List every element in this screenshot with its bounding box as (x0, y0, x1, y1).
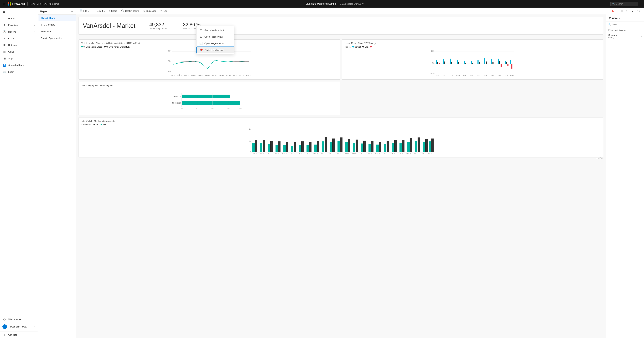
svg-rect-96 (276, 145, 278, 152)
top-bar: ⊞ | Power BI Power BI in Power App demo … (0, 0, 644, 8)
usage-icon: 📊 (199, 42, 203, 45)
context-menu-item-open-usage[interactable]: 📊 Open usage metrics (196, 40, 234, 47)
svg-text:20%: 20% (168, 71, 171, 73)
page-item-market-share[interactable]: Market Share (38, 15, 76, 21)
svg-rect-38 (465, 63, 466, 64)
sidebar-item-learn[interactable]: 📖 Learn (0, 69, 38, 75)
svg-text:Nov-13: Nov-13 (329, 153, 333, 154)
share-button[interactable]: ↑ Share (108, 9, 119, 13)
chevron-down-icon[interactable]: ∨ (362, 3, 364, 5)
yoy-chart: % Unit Market Share YOY Change Region Ce… (342, 40, 603, 80)
sidebar-item-get-data[interactable]: ↑ Get data (0, 331, 38, 338)
sidebar-item-workspaces[interactable]: ⬡ Workspaces › (0, 316, 38, 323)
svg-rect-50 (505, 61, 506, 64)
svg-rect-156 (429, 141, 431, 152)
chart-title: % Unit Market Share YOY Change (344, 42, 601, 45)
pages-collapse-icon[interactable]: «» (70, 10, 73, 13)
file-button[interactable]: 📄 File ∨ (78, 9, 91, 13)
sidebar-item-goals[interactable]: ◎ Goals (0, 48, 38, 55)
chat-button[interactable]: 💬 Chat in Teams (120, 9, 141, 13)
svg-text:10K: 10K (211, 107, 214, 109)
svg-text:Sep-14: Sep-14 (226, 74, 230, 76)
svg-text:Aug-14: Aug-14 (399, 153, 403, 154)
sidebar-item-create[interactable]: + Create (0, 35, 38, 42)
svg-rect-1 (10, 2, 11, 4)
svg-text:Mar-13: Mar-13 (267, 153, 272, 154)
svg-rect-148 (410, 138, 412, 152)
svg-rect-157 (431, 139, 434, 152)
page-item-ytd-category[interactable]: YTD Category (38, 21, 76, 28)
svg-text:Mar-14: Mar-14 (360, 153, 364, 154)
legend-dot (104, 46, 106, 48)
svg-rect-147 (407, 142, 410, 152)
svg-rect-32 (444, 62, 445, 64)
svg-rect-2 (8, 4, 9, 6)
sidebar-item-label: Goals (8, 51, 35, 53)
page-item-growth-opp[interactable]: Growth Opportunities (38, 35, 76, 42)
sidebar-toggle[interactable]: ☰ (0, 8, 38, 15)
sidebar-item-apps[interactable]: ⊞ Apps (0, 55, 38, 62)
more-button[interactable]: ··· (170, 9, 175, 13)
svg-text:10%: 10% (431, 50, 434, 52)
svg-text:Dec-14: Dec-14 (428, 153, 432, 154)
filters-search[interactable]: 🔍 (606, 22, 644, 27)
subscribe-label: Subscribe (146, 10, 156, 12)
goals-icon: ◎ (3, 50, 6, 53)
fit-page-chevron[interactable]: ∨ (626, 10, 627, 12)
context-menu-item-open-lineage[interactable]: ⊞ Open lineage view (196, 34, 234, 40)
datasets-icon: ⬟ (3, 44, 6, 47)
sidebar-item-recent[interactable]: 🕐 Recent › (0, 29, 38, 35)
recent-icon: 🕐 (3, 30, 6, 34)
yoy-chart-svg: 10% 0% -10% (344, 49, 601, 76)
filter-label: Segment (608, 34, 617, 36)
sidebar-item-home[interactable]: ⌂ Home (0, 15, 38, 22)
context-menu-item-pin-dashboard[interactable]: 📌 Pin to a dashboard (196, 47, 234, 53)
chevron-down-icon: ∨ (640, 35, 642, 37)
undo-button[interactable]: ↩ (604, 9, 609, 13)
svg-text:Apr-14: Apr-14 (191, 74, 196, 76)
svg-text:P-09: P-09 (450, 74, 453, 76)
pages-title: Pages (40, 10, 47, 13)
comment-button[interactable]: 💬 (636, 9, 642, 13)
export-button[interactable]: ↔ Export ∨ (92, 9, 107, 13)
subscribe-button[interactable]: ✉ Subscribe (142, 9, 158, 13)
sidebar-item-label: Get data (8, 333, 35, 336)
chart-legend: isVanArsdel No Yes (81, 124, 601, 126)
fit-page-button[interactable]: ⬜ (619, 9, 625, 13)
svg-text:P-03: P-03 (491, 74, 494, 76)
filter-item-segment[interactable]: Segment is (All) ∨ (606, 32, 644, 40)
sidebar-item-shared[interactable]: 👥 Shared with me (0, 62, 38, 69)
filters-search-input[interactable] (612, 23, 642, 26)
page-item-sentiment[interactable]: Sentiment (38, 28, 76, 35)
search-box[interactable]: 🔍 Search (610, 2, 638, 6)
workspace-name-label: Power BI in Powe... (8, 325, 32, 328)
svg-text:Sep-14: Sep-14 (406, 153, 411, 154)
svg-rect-136 (379, 142, 381, 152)
bookmark-button[interactable]: 🔖 (610, 9, 616, 13)
search-label: Search (616, 3, 623, 5)
context-menu-item-see-related[interactable]: ⊡ See related content (196, 27, 234, 34)
svg-rect-28 (436, 60, 437, 64)
svg-text:Aug-13: Aug-13 (306, 153, 310, 154)
refresh-button[interactable]: ↻ (630, 9, 635, 13)
legend-dot (352, 46, 354, 48)
more-options-icon[interactable]: ··· (639, 2, 642, 6)
pages-header: Pages «» (38, 8, 76, 15)
svg-rect-111 (314, 145, 317, 152)
chat-icon: 💬 (121, 10, 124, 12)
svg-rect-34 (451, 62, 452, 64)
edit-button[interactable]: ✏ Edit (159, 9, 169, 13)
sidebar-item-datasets[interactable]: ⬟ Datasets (0, 42, 38, 48)
svg-rect-114 (322, 141, 324, 152)
sidebar-item-powerbi-workspace[interactable]: P Power BI in Powe... ∨ (0, 323, 38, 330)
waffle-icon[interactable]: ⊞ (2, 1, 6, 6)
svg-text:Apr-13: Apr-13 (275, 153, 279, 154)
microsoft-logo: | Power BI (8, 2, 25, 6)
svg-rect-139 (386, 141, 389, 152)
hero-title: VanArsdel - Market (83, 22, 135, 30)
filter-item-content: Segment is (All) (608, 34, 617, 39)
workspace-avatar: P (2, 324, 7, 329)
chart-title: Total Units by Month and isVanArsdel (81, 120, 601, 122)
sidebar-item-favorites[interactable]: ★ Favorites › (0, 22, 38, 29)
svg-text:Nov-14: Nov-14 (422, 153, 426, 154)
